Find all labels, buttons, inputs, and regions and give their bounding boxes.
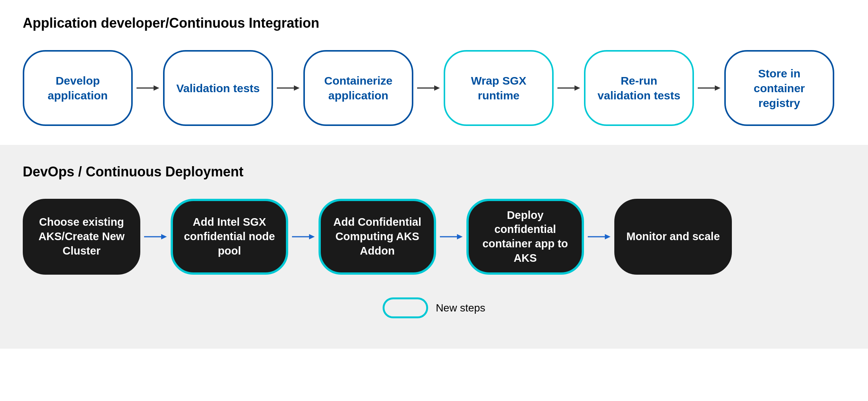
arrow-1 <box>133 82 163 94</box>
node-wrap-sgx: Wrap SGX runtime <box>444 50 554 126</box>
node-monitor: Monitor and scale <box>614 199 732 275</box>
legend-label: New steps <box>436 302 485 314</box>
bottom-section: DevOps / Continuous Deployment Choose ex… <box>0 145 868 349</box>
bottom-arrow-1 <box>140 231 171 242</box>
svg-marker-3 <box>294 85 300 91</box>
node-add-cc: Add Confidential Computing AKS Addon <box>319 199 436 275</box>
bottom-flow-row: Choose existing AKS/Create New Cluster A… <box>23 199 845 275</box>
svg-marker-1 <box>154 85 159 91</box>
top-section: Application developer/Continuous Integra… <box>0 0 868 145</box>
node-deploy: Deploy confidential container app to AKS <box>466 199 584 275</box>
top-title: Application developer/Continuous Integra… <box>23 15 845 31</box>
svg-marker-11 <box>161 234 167 239</box>
top-flow-row: Develop application Validation tests Con… <box>23 50 845 126</box>
arrow-4 <box>554 82 584 94</box>
arrow-2 <box>273 82 303 94</box>
node-develop: Develop application <box>23 50 133 126</box>
svg-marker-15 <box>457 234 463 239</box>
bottom-arrow-3 <box>436 231 466 242</box>
node-validation: Validation tests <box>163 50 273 126</box>
svg-marker-13 <box>309 234 315 239</box>
node-rerun: Re-run validation tests <box>584 50 694 126</box>
bottom-arrow-2 <box>288 231 319 242</box>
bottom-arrow-4 <box>584 231 614 242</box>
arrow-5 <box>694 82 724 94</box>
svg-marker-17 <box>605 234 611 239</box>
node-containerize: Containerize application <box>303 50 413 126</box>
node-store: Store in container registry <box>724 50 834 126</box>
arrow-3 <box>413 82 444 94</box>
node-choose: Choose existing AKS/Create New Cluster <box>23 199 140 275</box>
svg-marker-9 <box>715 85 720 91</box>
bottom-title: DevOps / Continuous Deployment <box>23 164 845 180</box>
legend: New steps <box>23 297 845 318</box>
svg-marker-5 <box>434 85 440 91</box>
legend-shape <box>383 297 428 318</box>
node-add-sgx: Add Intel SGX confidential node pool <box>171 199 288 275</box>
svg-marker-7 <box>574 85 580 91</box>
